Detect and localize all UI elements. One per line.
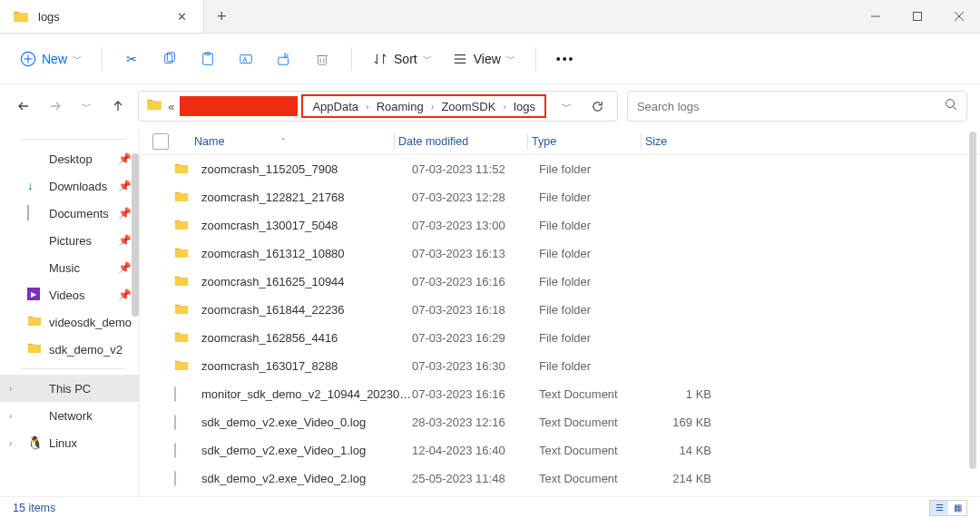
file-name: zoomcrash_161844_22236 bbox=[201, 303, 412, 317]
icons-view-button[interactable]: ▦ bbox=[948, 501, 966, 515]
file-date: 12-04-2023 16:40 bbox=[412, 444, 539, 457]
pin-icon[interactable]: 📌 bbox=[118, 234, 132, 247]
table-row[interactable]: sdk_demo_v2.exe_Video_2.log 25-05-2023 1… bbox=[140, 464, 980, 493]
paste-button[interactable] bbox=[191, 43, 224, 75]
share-button[interactable] bbox=[268, 43, 300, 75]
sidebar-item-label: Pictures bbox=[49, 234, 92, 248]
forward-button[interactable] bbox=[44, 94, 67, 118]
downloads-icon: ↓ bbox=[27, 179, 42, 193]
svg-rect-1 bbox=[914, 13, 922, 21]
chevron-right-icon[interactable]: › bbox=[9, 438, 12, 448]
details-view-button[interactable]: ☰ bbox=[930, 501, 948, 515]
sort-icon bbox=[372, 51, 388, 67]
address-bar[interactable]: « AppData › Roaming › ZoomSDK › logs ﹀ bbox=[138, 91, 618, 122]
table-row[interactable]: zoomcrash_161844_22236 07-03-2023 16:18 … bbox=[140, 296, 980, 324]
search-box[interactable] bbox=[627, 91, 967, 122]
rename-button[interactable]: A bbox=[230, 43, 262, 75]
column-name[interactable]: Name˄ bbox=[172, 135, 390, 148]
table-row[interactable]: sdk_demo_v2.exe_Video_0.log 28-03-2023 1… bbox=[140, 408, 980, 436]
pin-icon[interactable]: 📌 bbox=[118, 152, 132, 165]
sidebar-item-network[interactable]: › Network bbox=[0, 402, 139, 429]
sidebar-scrollbar[interactable] bbox=[132, 153, 139, 317]
table-row[interactable]: zoomcrash_161625_10944 07-03-2023 16:16 … bbox=[140, 268, 980, 296]
new-tab-button[interactable]: + bbox=[204, 0, 240, 33]
table-row[interactable]: zoomcrash_163017_8288 07-03-2023 16:30 F… bbox=[140, 352, 980, 380]
copy-button[interactable] bbox=[153, 43, 186, 75]
file-date: 07-03-2023 16:16 bbox=[412, 387, 539, 401]
column-type[interactable]: Type bbox=[532, 135, 637, 148]
sidebar-item-videosdk-demo[interactable]: videosdk_demo bbox=[0, 308, 139, 336]
sidebar-item-this-pc[interactable]: › This PC bbox=[0, 375, 139, 402]
breadcrumb-appdata[interactable]: AppData bbox=[309, 100, 362, 113]
table-row[interactable]: zoomcrash_130017_5048 07-03-2023 13:00 F… bbox=[140, 211, 980, 239]
minimize-button[interactable] bbox=[855, 0, 897, 33]
new-button[interactable]: New ﹀ bbox=[13, 43, 89, 75]
folder-icon bbox=[174, 359, 192, 374]
tab-logs[interactable]: logs ✕ bbox=[0, 0, 204, 33]
sidebar-item-desktop[interactable]: Desktop 📌 bbox=[0, 145, 139, 172]
delete-button[interactable] bbox=[306, 43, 338, 75]
breadcrumb-roaming[interactable]: Roaming bbox=[373, 100, 427, 113]
file-size: 169 KB bbox=[648, 415, 711, 429]
file-name: zoomcrash_130017_5048 bbox=[201, 219, 412, 232]
sidebar-item-videos[interactable]: ▶ Videos 📌 bbox=[0, 281, 139, 308]
pc-icon bbox=[27, 381, 42, 396]
sidebar-item-sdk-demo-v2[interactable]: sdk_demo_v2 bbox=[0, 336, 139, 363]
column-size[interactable]: Size bbox=[645, 135, 718, 148]
sidebar-item-linux[interactable]: › 🐧 Linux bbox=[0, 429, 139, 456]
pin-icon[interactable]: 📌 bbox=[118, 261, 132, 274]
search-input[interactable] bbox=[637, 100, 945, 113]
file-type: File folder bbox=[539, 219, 648, 232]
breadcrumb-overflow[interactable]: « bbox=[166, 100, 176, 113]
recent-button[interactable]: ﹀ bbox=[75, 94, 98, 118]
file-date: 07-03-2023 16:18 bbox=[412, 303, 539, 317]
table-row[interactable]: sdk_demo_v2.exe_Video_1.log 12-04-2023 1… bbox=[140, 436, 980, 464]
up-button[interactable] bbox=[107, 94, 130, 118]
copy-icon bbox=[162, 51, 178, 67]
pin-icon[interactable]: 📌 bbox=[118, 207, 132, 220]
sidebar-item-music[interactable]: Music 📌 bbox=[0, 254, 139, 281]
view-toggle[interactable]: ☰ ▦ bbox=[929, 500, 967, 516]
cut-button[interactable]: ✂ bbox=[115, 43, 148, 75]
sidebar-item-pictures[interactable]: Pictures 📌 bbox=[0, 227, 139, 254]
file-name: sdk_demo_v2.exe_Video_2.log bbox=[201, 472, 412, 485]
chevron-right-icon[interactable]: › bbox=[9, 411, 12, 421]
refresh-button[interactable] bbox=[584, 100, 612, 113]
more-button[interactable]: ••• bbox=[549, 43, 583, 75]
sort-button[interactable]: Sort ﹀ bbox=[365, 43, 439, 75]
table-row[interactable]: zoomcrash_162856_4416 07-03-2023 16:29 F… bbox=[140, 324, 980, 352]
chevron-right-icon: › bbox=[366, 101, 369, 112]
view-button[interactable]: View ﹀ bbox=[445, 43, 523, 75]
file-size: 214 KB bbox=[648, 472, 711, 485]
select-all-checkbox[interactable] bbox=[152, 133, 169, 150]
file-date: 07-03-2023 16:13 bbox=[412, 247, 539, 260]
view-label: View bbox=[474, 52, 501, 66]
pin-icon[interactable]: 📌 bbox=[118, 180, 132, 192]
close-icon[interactable]: ✕ bbox=[172, 8, 192, 25]
table-row[interactable]: zoomcrash_122821_21768 07-03-2023 12:28 … bbox=[140, 183, 980, 211]
file-name: zoomcrash_122821_21768 bbox=[201, 191, 412, 204]
breadcrumb-logs[interactable]: logs bbox=[510, 100, 539, 113]
search-icon[interactable] bbox=[945, 98, 957, 114]
table-row[interactable]: zoomcrash_115205_7908 07-03-2023 11:52 F… bbox=[140, 155, 980, 183]
file-name: zoomcrash_162856_4416 bbox=[201, 331, 412, 345]
maximize-button[interactable] bbox=[897, 0, 938, 33]
chevron-right-icon[interactable]: › bbox=[9, 384, 12, 394]
sidebar-item-downloads[interactable]: ↓ Downloads 📌 bbox=[0, 172, 139, 200]
breadcrumb-zoomsdk[interactable]: ZoomSDK bbox=[437, 100, 499, 113]
view-icon bbox=[452, 51, 468, 67]
sidebar-item-documents[interactable]: Documents 📌 bbox=[0, 200, 139, 227]
file-name: monitor_sdk_demo_v2_10944_202303... bbox=[201, 387, 412, 401]
filepane-scrollbar[interactable] bbox=[969, 132, 976, 469]
pin-icon[interactable]: 📌 bbox=[118, 288, 132, 301]
close-window-button[interactable] bbox=[938, 0, 980, 33]
file-size: 1 KB bbox=[648, 387, 711, 401]
back-button[interactable] bbox=[13, 94, 35, 118]
redacted-path bbox=[180, 96, 298, 116]
table-row[interactable]: monitor_sdk_demo_v2_10944_202303... 07-0… bbox=[140, 380, 980, 408]
table-row[interactable]: zoomcrash_161312_10880 07-03-2023 16:13 … bbox=[140, 239, 980, 268]
file-date: 25-05-2023 11:48 bbox=[412, 472, 539, 485]
svg-text:A: A bbox=[242, 55, 247, 63]
address-dropdown-button[interactable]: ﹀ bbox=[554, 100, 581, 113]
column-date[interactable]: Date modified bbox=[398, 135, 524, 148]
